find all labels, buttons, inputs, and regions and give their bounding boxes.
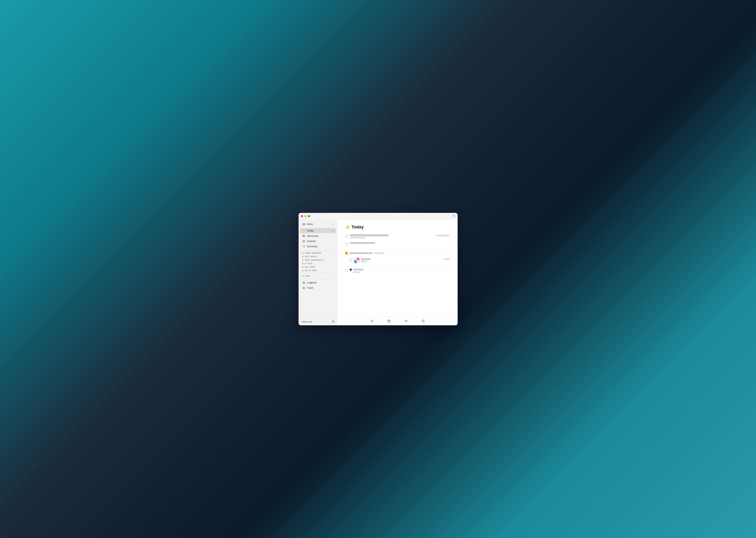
task-meta-blur (436, 235, 450, 236)
main-content: Inbox 5 ⭐ Today 2 (299, 220, 458, 325)
blur-text (309, 270, 311, 271)
task-item-1[interactable] (345, 234, 450, 240)
blurred-list-item-1 (300, 251, 336, 254)
task-dot (350, 269, 352, 271)
task-title-blur (353, 269, 364, 270)
svg-point-26 (333, 321, 334, 322)
icon-quadrant-4 (357, 260, 360, 263)
inbox-icon (302, 222, 306, 226)
search-button[interactable] (420, 318, 426, 324)
task-meta-blur (444, 258, 450, 260)
svg-rect-0 (453, 215, 453, 216)
svg-rect-18 (303, 283, 304, 283)
blur-text (312, 252, 321, 254)
task-checkbox[interactable] (345, 235, 348, 238)
task-group-header (345, 251, 450, 255)
blur-text (308, 263, 312, 264)
today-icon: ⭐ (302, 229, 306, 233)
sidebar-item-someday[interactable]: Someday (300, 244, 336, 249)
svg-line-36 (424, 322, 425, 322)
someday-label: Someday (307, 245, 334, 248)
today-label: Today (307, 229, 332, 232)
svg-point-25 (332, 320, 333, 321)
sidebar-item-today[interactable]: ⭐ Today 2 (300, 228, 336, 233)
svg-rect-13 (303, 246, 304, 247)
page-title: ⭐ Today (345, 225, 450, 230)
task-text-blurs (361, 258, 371, 262)
new-list-button[interactable]: + New List (301, 320, 312, 323)
icon-quadrant-3 (354, 260, 357, 263)
blur-text (311, 259, 321, 261)
maximize-button[interactable] (308, 215, 310, 217)
blur-text (322, 259, 324, 261)
blur-dot (302, 263, 304, 264)
upcoming-label: Upcoming (307, 235, 334, 237)
sidebar-item-logbook[interactable]: Logbook (300, 280, 336, 285)
sidebar-item-upcoming[interactable]: Upcoming (300, 234, 336, 239)
trash-label: Trash (307, 286, 334, 289)
anytime-label: Anytime (307, 240, 334, 242)
blurred-list-item-2 (300, 255, 336, 258)
blurred-list-item-7 (300, 275, 336, 278)
svg-rect-30 (387, 320, 390, 322)
task-title-blur (361, 261, 367, 262)
task-title-blur (350, 234, 388, 236)
filter-button[interactable] (332, 320, 335, 324)
blur-text (305, 252, 311, 254)
svg-rect-1 (454, 215, 455, 216)
task-item-2[interactable] (345, 241, 450, 246)
anytime-icon (302, 240, 306, 243)
task-item-3[interactable] (345, 257, 450, 264)
task-checkbox[interactable] (345, 242, 348, 245)
svg-rect-3 (303, 223, 305, 225)
blur-text (305, 266, 308, 268)
sidebar-item-anytime[interactable]: Anytime (300, 239, 336, 244)
inbox-label: Inbox (307, 223, 332, 226)
blur-dot (302, 259, 304, 261)
blur-dot (302, 252, 304, 254)
icon-quadrant-2 (357, 258, 360, 260)
blur-text (305, 263, 307, 264)
minimize-button[interactable] (304, 215, 307, 217)
svg-rect-14 (303, 247, 304, 247)
add-task-button[interactable] (369, 318, 375, 324)
svg-rect-21 (303, 287, 305, 288)
svg-rect-12 (303, 246, 305, 246)
blur-text (305, 275, 310, 277)
new-list-label: + New List (301, 320, 312, 323)
task-checkbox[interactable] (345, 269, 348, 272)
task-section-1 (345, 234, 450, 246)
task-subtitle-blur (350, 237, 365, 239)
page-title-text: Today (352, 225, 364, 230)
sidebar-divider-1 (301, 250, 335, 250)
group-subtitle-blur (374, 252, 384, 254)
svg-rect-2 (454, 216, 455, 217)
blurred-list-item-4 (300, 262, 336, 265)
svg-rect-7 (303, 236, 303, 236)
group-title-blur (349, 252, 373, 254)
blur-text (310, 266, 315, 268)
content-area: ⭐ Today (337, 220, 458, 317)
svg-point-27 (332, 322, 333, 323)
calendar-button[interactable] (386, 318, 392, 324)
blur-dot (302, 266, 304, 268)
task-item-4[interactable] (345, 268, 450, 274)
trash-icon (302, 286, 306, 290)
forward-button[interactable] (403, 318, 409, 324)
sidebar-item-inbox[interactable]: Inbox 5 (300, 222, 336, 227)
sidebar: Inbox 5 ⭐ Today 2 (299, 220, 337, 325)
sidebar-item-trash[interactable]: Trash (300, 285, 336, 291)
icon-quadrant-1 (354, 258, 357, 260)
task-content (350, 269, 450, 273)
task-checkbox[interactable] (349, 258, 353, 261)
task-subtitle-blur (353, 271, 361, 273)
blur-text (305, 256, 309, 257)
upcoming-icon (302, 234, 306, 238)
close-button[interactable] (301, 215, 303, 217)
color-group-icon (354, 258, 360, 263)
blurred-list-item-3 (300, 258, 336, 261)
blur-dot (302, 270, 304, 271)
page-title-icon: ⭐ (345, 225, 350, 229)
svg-rect-19 (303, 287, 305, 289)
svg-rect-9 (304, 236, 305, 236)
